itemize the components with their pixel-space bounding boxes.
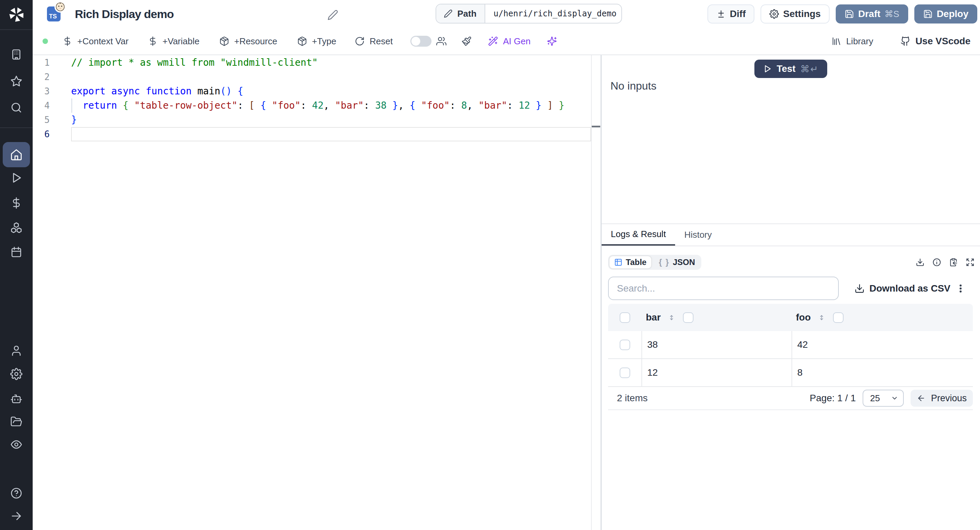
info-icon[interactable] [932, 258, 941, 267]
row-checkbox[interactable] [620, 367, 630, 378]
reset-button[interactable]: Reset [355, 36, 393, 47]
code-line: // import * as wmill from "windmill-clie… [71, 56, 565, 70]
sparkles-icon[interactable] [547, 36, 557, 46]
result-actions [916, 258, 975, 267]
sidebar-item-favorites[interactable] [0, 69, 33, 93]
page-size-select[interactable]: 25 [862, 390, 904, 407]
column-header-bar[interactable]: bar [641, 312, 791, 323]
settings-button[interactable]: Settings [760, 5, 829, 24]
column-checkbox[interactable] [683, 312, 694, 323]
expand-icon[interactable] [966, 258, 975, 267]
view-toggle: Table { } JSON [608, 255, 701, 270]
code-editor[interactable]: 123456 // import * as wmill from "windmi… [33, 55, 601, 530]
pencil-icon [444, 9, 453, 18]
line-numbers: 123456 [33, 56, 50, 141]
tab-logs-result[interactable]: Logs & Result [601, 224, 675, 246]
ai-gen-button[interactable]: AI Gen [488, 36, 530, 47]
add-resource-button[interactable]: +Resource [219, 36, 277, 47]
sort-icon[interactable] [818, 313, 825, 322]
sidebar-item-audit[interactable] [0, 433, 33, 456]
cell-foo: 8 [791, 359, 973, 386]
path-control: Path u/henri/rich_display_demo [436, 4, 622, 24]
cell-foo: 42 [791, 331, 973, 358]
test-button[interactable]: Test ⌘↵ [754, 60, 827, 78]
search-input[interactable] [608, 276, 839, 300]
draft-shortcut: ⌘S [885, 9, 899, 19]
download-csv-button[interactable]: Download as CSV [854, 283, 950, 294]
sidebar-item-collapse[interactable] [0, 504, 33, 528]
path-edit-button[interactable]: Path [436, 5, 485, 23]
result-table: bar foo [608, 304, 973, 410]
page-title: Rich Display demo [75, 8, 174, 21]
sidebar-item-help[interactable] [0, 482, 33, 505]
table-header: bar foo [608, 304, 973, 331]
row-checkbox[interactable] [620, 340, 630, 350]
result-body: Table { } JSON [601, 246, 980, 410]
sidebar-item-variables[interactable] [0, 192, 33, 215]
download-result-icon[interactable] [916, 258, 924, 267]
sidebar-item-workspace[interactable] [0, 43, 33, 66]
deploy-button[interactable]: Deploy [914, 5, 977, 24]
format-code-icon[interactable] [461, 36, 472, 46]
users-icon [436, 36, 447, 46]
previous-page-button[interactable]: Previous [911, 390, 973, 407]
sidebar-item-search[interactable] [0, 96, 33, 119]
table-row[interactable]: 3842 [608, 331, 973, 359]
path-value[interactable]: u/henri/rich_display_demo [485, 5, 621, 23]
table-controls-row: Download as CSV [608, 276, 972, 300]
sidebar-item-schedules[interactable] [0, 241, 33, 263]
cell-bar: 12 [641, 359, 791, 386]
overview-ruler-cursor [592, 126, 600, 128]
library-icon [831, 36, 842, 46]
tab-history[interactable]: History [675, 224, 721, 246]
add-context-var-button[interactable]: +Context Var [62, 36, 129, 47]
cell-bar: 38 [641, 331, 791, 358]
result-area: Logs & Result History Table { } JSON [601, 223, 980, 410]
sidebar-item-settings[interactable] [0, 362, 33, 386]
github-icon [900, 36, 911, 46]
column-header-foo[interactable]: foo [791, 312, 973, 323]
add-variable-button[interactable]: +Variable [148, 36, 200, 47]
diff-mode-toggle[interactable] [410, 36, 431, 47]
more-options-icon[interactable] [956, 283, 966, 294]
code-content[interactable]: // import * as wmill from "windmill-clie… [71, 56, 565, 141]
windmill-logo[interactable] [0, 0, 33, 30]
table-row[interactable]: 128 [608, 359, 973, 387]
sidebar-item-runs[interactable] [0, 166, 33, 189]
multiplayer-icon[interactable] [436, 36, 447, 46]
view-table-button[interactable]: Table [609, 256, 651, 268]
sidebar-item-folders[interactable] [0, 410, 33, 433]
package-icon [297, 36, 307, 46]
code-line: export async function main() { [71, 84, 565, 99]
draft-button[interactable]: Draft ⌘S [836, 5, 908, 24]
rotate-icon [355, 36, 365, 46]
select-all-checkbox[interactable] [620, 312, 630, 323]
sidebar-item-workers[interactable] [0, 387, 33, 410]
chevron-down-icon [891, 394, 898, 402]
code-line: } [71, 113, 565, 127]
save-icon [845, 9, 854, 19]
sidebar-item-user[interactable] [0, 339, 33, 362]
diff-icon [716, 9, 726, 19]
diff-button[interactable]: Diff [708, 5, 755, 24]
play-icon [763, 64, 772, 73]
arrow-left-icon [917, 394, 926, 402]
edit-summary-icon[interactable] [327, 10, 338, 21]
sidebar-item-resources[interactable] [0, 216, 33, 239]
content: 123456 // import * as wmill from "windmi… [33, 55, 980, 530]
wand-icon [488, 36, 498, 46]
result-tabs: Logs & Result History [601, 224, 980, 246]
sidebar-item-home[interactable] [3, 142, 30, 167]
sidebar [0, 0, 33, 530]
column-checkbox[interactable] [833, 312, 843, 323]
add-type-button[interactable]: +Type [297, 36, 337, 47]
braces-icon: { } [659, 257, 669, 267]
code-line [71, 70, 565, 84]
use-vscode-button[interactable]: Use VScode [900, 36, 970, 47]
windmill-script-editor: TS Rich Display demo Path u/henri/rich_d… [0, 0, 980, 530]
run-area: Test ⌘↵ No inputs [601, 55, 980, 223]
copy-result-icon[interactable] [949, 258, 958, 267]
view-json-button[interactable]: { } JSON [654, 256, 700, 268]
sort-icon[interactable] [668, 313, 675, 322]
library-button[interactable]: Library [831, 36, 873, 47]
